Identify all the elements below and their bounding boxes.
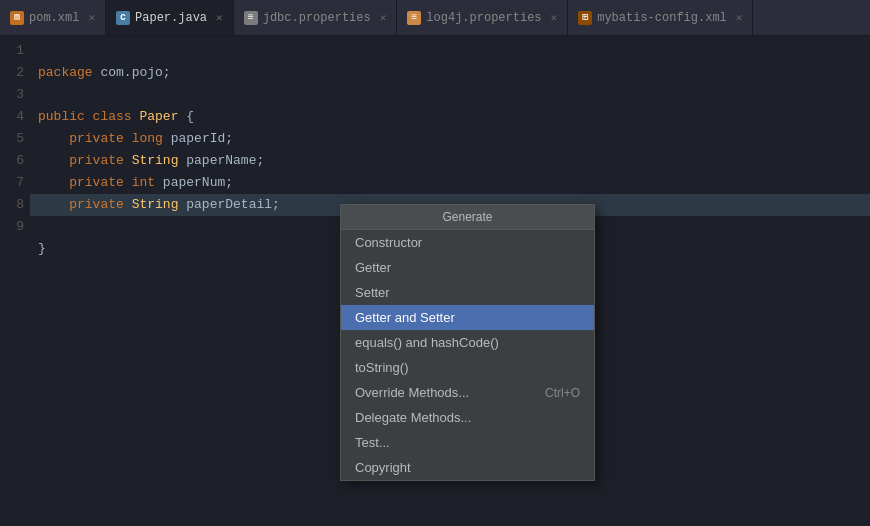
tab-bar: m pom.xml ✕ c Paper.java ✕ ≡ jdbc.proper… xyxy=(0,0,870,36)
tab-close-mybatis[interactable]: ✕ xyxy=(736,11,743,24)
tab-label-pom: pom.xml xyxy=(29,11,79,25)
code-line-4: private long paperId; xyxy=(38,131,233,146)
menu-item-copyright[interactable]: Copyright xyxy=(341,455,594,480)
tab-label-jdbc: jdbc.properties xyxy=(263,11,371,25)
tab-close-pom[interactable]: ✕ xyxy=(88,11,95,24)
menu-item-delegate-methods[interactable]: Delegate Methods... xyxy=(341,405,594,430)
tab-close-jdbc[interactable]: ✕ xyxy=(380,11,387,24)
tab-icon-log4j: ≡ xyxy=(407,11,421,25)
menu-item-constructor[interactable]: Constructor xyxy=(341,230,594,255)
code-line-9 xyxy=(38,263,46,278)
menu-item-constructor-label: Constructor xyxy=(355,235,422,250)
tab-log4j[interactable]: ≡ log4j.properties ✕ xyxy=(397,0,568,35)
code-line-3: public class Paper { xyxy=(38,109,194,124)
code-line-8: } xyxy=(38,241,46,256)
line-numbers: 1 2 3 4 5 6 7 8 9 xyxy=(0,36,30,526)
menu-item-setter-label: Setter xyxy=(355,285,390,300)
menu-item-override-methods[interactable]: Override Methods... Ctrl+O xyxy=(341,380,594,405)
menu-item-tostring-label: toString() xyxy=(355,360,408,375)
tab-icon-jdbc: ≡ xyxy=(244,11,258,25)
tab-label-log4j: log4j.properties xyxy=(426,11,541,25)
tab-icon-paper: c xyxy=(116,11,130,25)
tab-jdbc[interactable]: ≡ jdbc.properties ✕ xyxy=(234,0,398,35)
menu-item-tostring[interactable]: toString() xyxy=(341,355,594,380)
menu-item-test-label: Test... xyxy=(355,435,390,450)
code-line-1: package com.pojo; xyxy=(38,65,171,80)
tab-close-log4j[interactable]: ✕ xyxy=(551,11,558,24)
tab-close-paper[interactable]: ✕ xyxy=(216,11,223,24)
menu-item-getter-label: Getter xyxy=(355,260,391,275)
tab-pom[interactable]: m pom.xml ✕ xyxy=(0,0,106,35)
menu-item-getter[interactable]: Getter xyxy=(341,255,594,280)
tab-label-paper: Paper.java xyxy=(135,11,207,25)
code-line-2 xyxy=(38,87,46,102)
menu-item-copyright-label: Copyright xyxy=(355,460,411,475)
menu-item-override-methods-shortcut: Ctrl+O xyxy=(545,386,580,400)
menu-item-equals-hashcode[interactable]: equals() and hashCode() xyxy=(341,330,594,355)
menu-item-equals-hashcode-label: equals() and hashCode() xyxy=(355,335,499,350)
tab-mybatis[interactable]: ⊞ mybatis-config.xml ✕ xyxy=(568,0,753,35)
tab-icon-pom: m xyxy=(10,11,24,25)
code-line-5: private String paperName; xyxy=(38,153,264,168)
menu-item-delegate-methods-label: Delegate Methods... xyxy=(355,410,471,425)
tab-paper[interactable]: c Paper.java ✕ xyxy=(106,0,234,35)
menu-item-test[interactable]: Test... xyxy=(341,430,594,455)
tab-icon-mybatis: ⊞ xyxy=(578,11,592,25)
context-menu: Generate Constructor Getter Setter Gette… xyxy=(340,204,595,481)
menu-item-setter[interactable]: Setter xyxy=(341,280,594,305)
editor: 1 2 3 4 5 6 7 8 9 package com.pojo; publ… xyxy=(0,36,870,526)
menu-item-getter-setter[interactable]: Getter and Setter xyxy=(341,305,594,330)
menu-item-getter-setter-label: Getter and Setter xyxy=(355,310,455,325)
menu-item-override-methods-label: Override Methods... xyxy=(355,385,469,400)
tab-label-mybatis: mybatis-config.xml xyxy=(597,11,727,25)
code-line-6: private int paperNum; xyxy=(38,175,233,190)
context-menu-header: Generate xyxy=(341,205,594,230)
